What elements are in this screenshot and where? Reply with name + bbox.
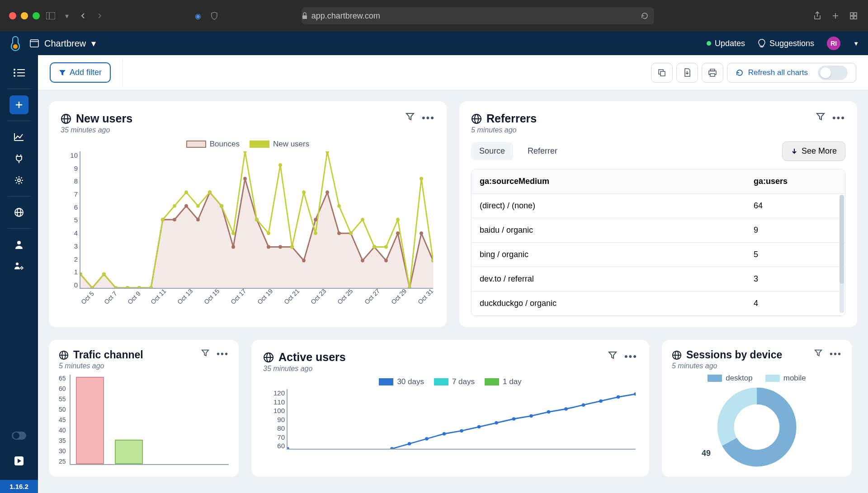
tab-source[interactable]: Source	[471, 142, 513, 160]
globe-icon	[672, 350, 682, 360]
sidebar-globe-icon[interactable]	[9, 203, 28, 222]
lock-icon	[302, 12, 308, 19]
browser-chrome: ▾ ◉ app.chartbrew.com	[0, 0, 868, 32]
avatar[interactable]: RI	[827, 37, 840, 50]
sidebar-toggle-theme-icon[interactable]	[9, 426, 28, 445]
more-icon[interactable]: •••	[624, 351, 637, 362]
suggestions-button[interactable]: Suggestions	[758, 39, 814, 48]
svg-point-105	[288, 447, 289, 449]
updates-label: Updates	[715, 39, 745, 48]
auto-refresh-toggle[interactable]	[818, 66, 848, 80]
add-filter-button[interactable]: Add filter	[50, 62, 111, 83]
window-controls	[9, 12, 40, 19]
more-icon[interactable]: •••	[217, 349, 229, 359]
sidebar-team-gear-icon[interactable]	[9, 257, 28, 276]
filter-icon[interactable]	[814, 349, 822, 359]
sidebar-toggle-icon[interactable]	[45, 10, 56, 21]
doughnut-label: 49	[702, 449, 711, 458]
svg-point-20	[17, 241, 21, 244]
tabs-icon[interactable]	[848, 10, 859, 21]
new-tab-icon[interactable]	[830, 10, 841, 21]
filter-icon	[59, 69, 66, 76]
forward-icon[interactable]	[94, 10, 105, 21]
svg-point-123	[599, 399, 603, 403]
table-row[interactable]: bing / organic5	[472, 243, 845, 267]
table-row[interactable]: dev.to / referral3	[472, 267, 845, 291]
svg-point-116	[477, 425, 481, 429]
chevron-down-icon[interactable]: ▾	[61, 10, 72, 21]
share-icon[interactable]	[812, 10, 823, 21]
see-more-button[interactable]: See More	[782, 141, 845, 161]
close-window-icon[interactable]	[9, 12, 16, 19]
svg-point-53	[302, 259, 306, 263]
globe-icon	[61, 113, 71, 124]
svg-point-124	[617, 395, 620, 399]
maximize-window-icon[interactable]	[33, 12, 40, 19]
svg-point-111	[390, 447, 394, 449]
svg-point-82	[278, 163, 282, 167]
workspace-selector[interactable]: Chartbrew ▾	[30, 38, 96, 49]
card-active-users: Active users 35 minutes ago ••• 30 days …	[251, 340, 649, 477]
sidebar-play-icon[interactable]	[9, 451, 28, 470]
back-icon[interactable]	[78, 10, 89, 21]
sidebar-plug-icon[interactable]	[9, 149, 28, 168]
svg-rect-3	[850, 13, 853, 15]
user-menu-chevron-icon[interactable]: ▼	[853, 40, 859, 47]
svg-point-12	[14, 72, 15, 74]
table-row[interactable]: duckduckgo / organic4	[472, 291, 845, 316]
table-header[interactable]: ga:users	[745, 169, 845, 194]
filter-icon[interactable]	[406, 112, 415, 124]
print-button[interactable]	[702, 63, 723, 83]
sidebar-menu-icon[interactable]	[9, 63, 28, 82]
svg-point-77	[220, 204, 223, 208]
privacy-icon[interactable]: ◉	[193, 10, 203, 21]
svg-point-60	[384, 259, 388, 263]
svg-point-89	[361, 218, 364, 221]
svg-point-91	[384, 245, 388, 249]
refresh-all-button[interactable]: Refresh all charts	[727, 63, 856, 83]
copy-button[interactable]	[651, 63, 673, 83]
sidebar-user-icon[interactable]	[9, 235, 28, 254]
card-traffic-channel: Trafic channel 5 minutes ago ••• 6560555…	[49, 340, 239, 477]
sessions-doughnut: 49	[680, 386, 834, 468]
svg-point-115	[460, 429, 463, 433]
address-bar[interactable]: app.chartbrew.com	[302, 7, 654, 24]
svg-point-117	[495, 421, 498, 425]
table-row[interactable]: (direct) / (none)64	[472, 194, 845, 218]
sidebar-gear-icon[interactable]	[9, 171, 28, 190]
svg-point-43	[184, 204, 188, 208]
more-icon[interactable]: •••	[832, 112, 845, 124]
svg-point-90	[373, 245, 376, 249]
updates-button[interactable]: Updates	[707, 39, 745, 48]
app-logo-icon[interactable]	[9, 36, 22, 51]
status-dot-icon	[707, 41, 711, 46]
card-timestamp: 5 minutes ago	[471, 126, 537, 134]
sidebar-add-button[interactable]	[9, 95, 28, 114]
table-row[interactable]: baidu / organic9	[472, 218, 845, 243]
svg-point-94	[420, 177, 423, 180]
card-new-users: New users 35 minutes ago ••• Bounces New…	[49, 101, 447, 327]
minimize-window-icon[interactable]	[21, 12, 28, 19]
tab-referrer[interactable]: Referrer	[519, 142, 566, 160]
svg-point-47	[231, 245, 235, 249]
copy-icon	[658, 69, 666, 77]
toolbar-divider	[123, 59, 123, 86]
table-header[interactable]: ga:sourceMedium	[472, 169, 745, 194]
dashboard-grid: New users 35 minutes ago ••• Bounces New…	[38, 90, 868, 488]
svg-point-54	[314, 218, 317, 221]
svg-point-55	[326, 191, 329, 194]
refresh-icon	[736, 69, 744, 77]
sidebar-chart-icon[interactable]	[9, 127, 28, 146]
filter-icon[interactable]	[201, 349, 209, 359]
download-button[interactable]	[676, 63, 698, 83]
reload-icon[interactable]	[641, 12, 649, 20]
scrollbar[interactable]	[840, 195, 844, 313]
filter-icon[interactable]	[608, 351, 617, 362]
svg-point-86	[326, 151, 329, 153]
svg-point-63	[420, 231, 423, 235]
filter-icon[interactable]	[816, 112, 825, 124]
more-icon[interactable]: •••	[830, 349, 842, 359]
shield-icon[interactable]	[209, 10, 220, 21]
more-icon[interactable]: •••	[422, 112, 435, 124]
content-area: Add filter Refresh all charts	[38, 55, 868, 493]
